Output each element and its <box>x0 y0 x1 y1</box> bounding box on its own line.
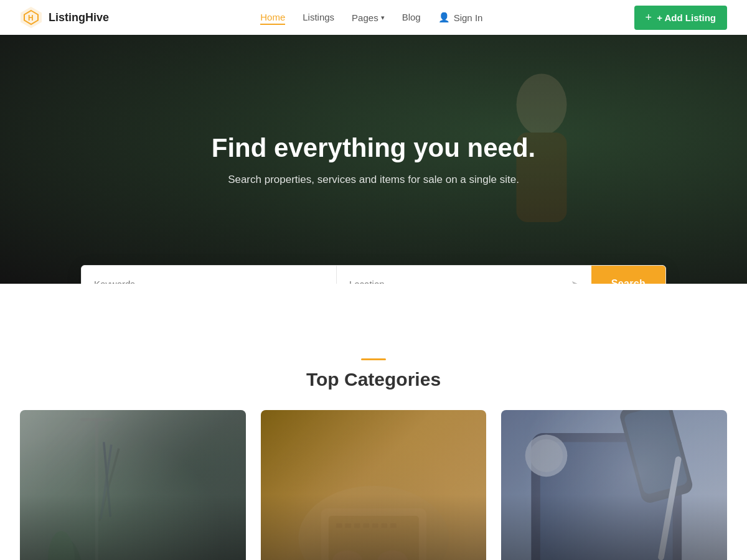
hero-title: Find everything you need. <box>212 133 535 164</box>
nav-item-pages[interactable]: Pages ▾ <box>352 12 385 23</box>
chevron-down-icon: ▾ <box>381 14 385 22</box>
category-overlay <box>261 410 487 560</box>
category-overlay <box>501 410 727 560</box>
nav-link-listings[interactable]: Listings <box>303 12 334 22</box>
location-arrow-icon: ➤ <box>571 278 579 284</box>
categories-grid: Real Estate Mauris eget tortor ultrices. <box>20 410 727 560</box>
sign-in-link[interactable]: Sign In <box>454 12 483 23</box>
logo-link[interactable]: H ListingHive <box>20 6 109 29</box>
nav-link-blog[interactable]: Blog <box>402 12 421 22</box>
main-content: Top Categories <box>0 334 747 560</box>
search-bar-wrapper: ➤ Search <box>81 265 666 284</box>
category-overlay <box>20 410 246 560</box>
category-card-real-estate[interactable]: Real Estate Mauris eget tortor ultrices. <box>20 410 246 560</box>
search-button-label: Search <box>611 278 646 284</box>
nav-item-sign-in[interactable]: 👤 Sign In <box>438 12 483 23</box>
hero-subtitle: Search properties, services and items fo… <box>212 174 535 186</box>
svg-text:H: H <box>28 14 34 22</box>
nav-link-pages: Pages <box>352 12 378 23</box>
nav-item-home[interactable]: Home <box>260 12 285 23</box>
nav-link-home[interactable]: Home <box>260 12 285 25</box>
search-button[interactable]: Search <box>591 266 665 284</box>
categories-section: Top Categories <box>20 334 727 560</box>
location-input[interactable] <box>349 279 566 284</box>
add-listing-label: + Add Listing <box>657 12 716 23</box>
category-card-services[interactable]: Services Cras nec pretium mauris. <box>261 410 487 560</box>
category-card-for-sale[interactable]: For Sale Nullam nisi sed luctus. <box>501 410 727 560</box>
section-title: Top Categories <box>20 369 727 390</box>
user-icon: 👤 <box>438 12 450 23</box>
location-input-wrap: ➤ <box>337 266 591 284</box>
navbar: H ListingHive Home Listings Pages ▾ Blog… <box>0 0 747 35</box>
search-bar: ➤ Search <box>81 265 666 284</box>
hero-content: Find everything you need. Search propert… <box>199 133 548 186</box>
keywords-input-wrap <box>82 266 337 284</box>
keywords-input[interactable] <box>94 279 324 284</box>
section-divider <box>361 358 386 360</box>
logo-text: ListingHive <box>49 11 109 24</box>
nav-item-listings[interactable]: Listings <box>303 12 334 23</box>
logo-icon: H <box>20 6 42 29</box>
plus-icon: + <box>646 11 652 24</box>
nav-links: Home Listings Pages ▾ Blog 👤 Sign In <box>260 12 482 23</box>
nav-item-blog[interactable]: Blog <box>402 12 421 23</box>
add-listing-button[interactable]: + + Add Listing <box>634 6 727 30</box>
svg-point-3 <box>517 74 567 136</box>
hero-section: Find everything you need. Search propert… <box>0 35 747 284</box>
